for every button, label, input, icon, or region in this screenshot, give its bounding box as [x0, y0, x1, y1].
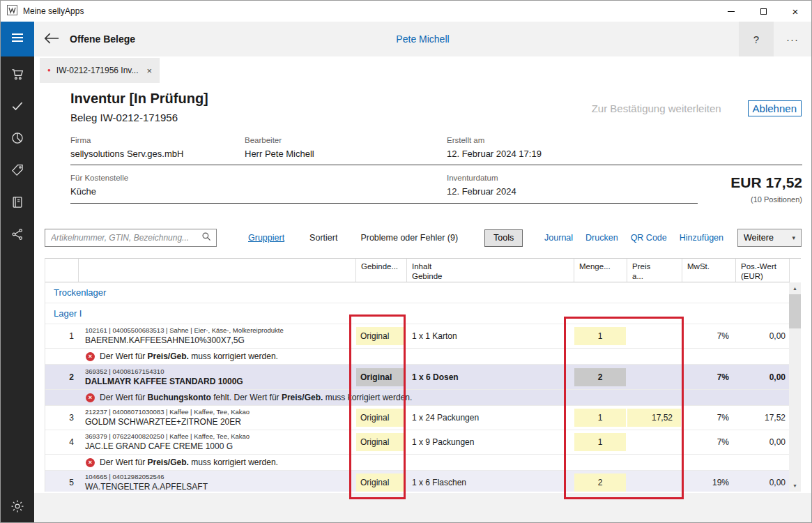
document-fields: Firma sellysolutions Serv.ges.mbH Bearbe… [70, 136, 802, 204]
tab-bar: ● IW-0212-171956 Inv... × [34, 56, 811, 83]
weitere-dropdown[interactable]: Weitere ▾ [737, 229, 802, 247]
page-title: Offene Belege [70, 33, 135, 45]
col-menge[interactable]: Menge... [574, 259, 627, 282]
ledger-icon[interactable] [10, 195, 25, 210]
app-window: Meine sellyApps × [0, 0, 812, 523]
article-name: GOLDM SCHWARZTEE+ZITRONE 20ER [85, 417, 355, 427]
wert-cell: 17,52 [735, 413, 790, 423]
mwst-cell: 19% [682, 478, 735, 487]
qr-code-link[interactable]: QR Code [631, 233, 667, 243]
minimize-icon [728, 11, 735, 12]
vertical-scrollbar[interactable]: ▲ ▼ [789, 282, 801, 492]
error-icon: × [86, 393, 95, 402]
wert-cell: 0,00 [735, 372, 790, 382]
close-button[interactable]: × [779, 1, 811, 22]
checkmark-icon[interactable] [10, 98, 25, 114]
maximize-button[interactable] [747, 1, 779, 22]
col-preis[interactable]: Preisa... [627, 259, 682, 282]
tab-close-button[interactable]: × [146, 66, 152, 76]
cart-icon[interactable] [10, 66, 25, 82]
menge-cell[interactable]: 2 [574, 368, 626, 386]
search-box [45, 229, 217, 247]
preis-cell[interactable]: 17,52 [627, 409, 681, 427]
gebinde-cell[interactable]: Original [356, 473, 406, 492]
probleme-filter[interactable]: Probleme oder Fehler (9) [360, 233, 458, 243]
menu-button[interactable] [1, 22, 34, 56]
article-meta: 104665 | 04012982052546 [85, 473, 355, 481]
menge-cell[interactable]: 1 [574, 433, 626, 451]
total-amount: EUR 17,52 [698, 174, 802, 191]
group-row-lager-1[interactable]: Lager I [45, 303, 789, 324]
tools-button[interactable]: Tools [484, 229, 523, 247]
tab-inventur[interactable]: ● IW-0212-171956 Inv... × [40, 58, 160, 83]
article-cell: 369352 | 04008167154310 DALLMAYR KAFFEE … [78, 367, 355, 387]
scroll-down-icon[interactable]: ▼ [789, 480, 801, 492]
sidebar [1, 22, 34, 523]
preis-cell[interactable] [627, 433, 681, 451]
wert-cell: 0,00 [735, 331, 790, 341]
price-tag-icon[interactable] [10, 162, 25, 178]
scroll-up-icon[interactable]: ▲ [789, 282, 801, 294]
row-error: × Der Wert für Preis/Geb. muss korrigier… [45, 455, 789, 471]
user-name[interactable]: Pete Michell [396, 33, 449, 45]
share-network-icon[interactable] [10, 227, 25, 242]
tab-label: IW-0212-171956 Inv... [56, 66, 139, 75]
mwst-cell: 7% [682, 413, 735, 423]
table-body: Trockenlager Lager I 1 102161 | 04005500… [45, 282, 790, 492]
search-icon[interactable] [201, 232, 211, 244]
document-total: EUR 17,52 (10 Positionen) [698, 174, 802, 204]
sortiert-toggle[interactable]: Sortiert [309, 233, 337, 243]
preis-cell[interactable] [627, 327, 681, 345]
table-row[interactable]: 5 104665 | 04012982052546 WA.TENGELTER A… [45, 471, 789, 492]
more-options-button[interactable]: ··· [774, 22, 811, 56]
chevron-down-icon: ▾ [792, 234, 795, 241]
menge-cell[interactable]: 1 [574, 409, 626, 427]
gebinde-cell[interactable]: Original [356, 368, 406, 386]
fields-row-1: Firma sellysolutions Serv.ges.mbH Bearbe… [70, 136, 802, 165]
menge-cell[interactable]: 1 [574, 327, 626, 345]
help-button[interactable]: ? [739, 22, 774, 56]
article-meta: 212237 | 04008071030083 | Kaffee | Kaffe… [85, 408, 355, 416]
fields-row-2: Für Kostenstelle Küche Inventurdatum 12.… [70, 174, 802, 204]
journal-link[interactable]: Journal [544, 233, 573, 243]
scrollbar-thumb[interactable] [789, 294, 801, 328]
article-meta: 369352 | 04008167154310 [85, 367, 355, 376]
article-cell: 102161 | 04005500683513 | Sahne | Eier-,… [78, 326, 355, 346]
preis-cell[interactable] [627, 368, 681, 386]
search-input[interactable] [51, 233, 201, 243]
reject-button[interactable]: Ablehnen [748, 100, 802, 116]
preis-cell[interactable] [627, 473, 681, 492]
group-row-trockenlager[interactable]: Trockenlager [45, 282, 789, 303]
toolbar: Gruppiert Sortiert Probleme oder Fehler … [45, 229, 802, 247]
field-label: Erstellt am [447, 136, 802, 145]
article-cell: 369379 | 07622400820250 | Kaffee | Kaffe… [78, 432, 355, 452]
gruppiert-toggle[interactable]: Gruppiert [248, 233, 284, 243]
gebinde-cell[interactable]: Original [356, 327, 406, 345]
minimize-button[interactable] [715, 1, 747, 22]
app-logo-icon [7, 5, 17, 18]
menge-cell[interactable]: 2 [574, 473, 626, 492]
col-pos-wert[interactable]: Pos.-Wert(EUR) [735, 259, 790, 282]
article-name: WA.TENGELTER A.APFELSAFT [85, 482, 355, 492]
table-row[interactable]: 1 102161 | 04005500683513 | Sahne | Eier… [45, 324, 789, 349]
table-row[interactable]: 4 369379 | 07622400820250 | Kaffee | Kaf… [45, 430, 789, 455]
inhalt-cell: 1 x 6 Dosen [406, 372, 574, 382]
hinzufuegen-link[interactable]: Hinzufügen [680, 233, 723, 243]
gebinde-cell[interactable]: Original [356, 433, 406, 451]
drucken-link[interactable]: Drucken [585, 233, 618, 243]
col-inhalt-gebinde[interactable]: InhaltGebinde [406, 259, 574, 282]
back-button[interactable] [34, 32, 59, 47]
gebinde-cell[interactable]: Original [356, 409, 406, 427]
table-row[interactable]: 3 212237 | 04008071030083 | Kaffee | Kaf… [45, 406, 789, 430]
col-mwst[interactable]: MwSt. [682, 259, 735, 282]
error-message: Der Wert für Buchungskonto fehlt. Der We… [100, 393, 412, 402]
col-gebinde[interactable]: Gebinde... [355, 259, 406, 282]
pie-chart-icon[interactable] [10, 130, 25, 146]
table-row-selected[interactable]: 2 369352 | 04008167154310 DALLMAYR KAFFE… [45, 365, 789, 390]
position-count: (10 Positionen) [698, 195, 802, 204]
document-actions: Zur Bestätigung weiterleiten Ablehnen [592, 90, 802, 123]
document-number: Beleg IW-0212-171956 [70, 112, 208, 123]
col-article [78, 259, 355, 282]
field-label: Bearbeiter [245, 136, 447, 145]
settings-button[interactable] [1, 499, 34, 523]
